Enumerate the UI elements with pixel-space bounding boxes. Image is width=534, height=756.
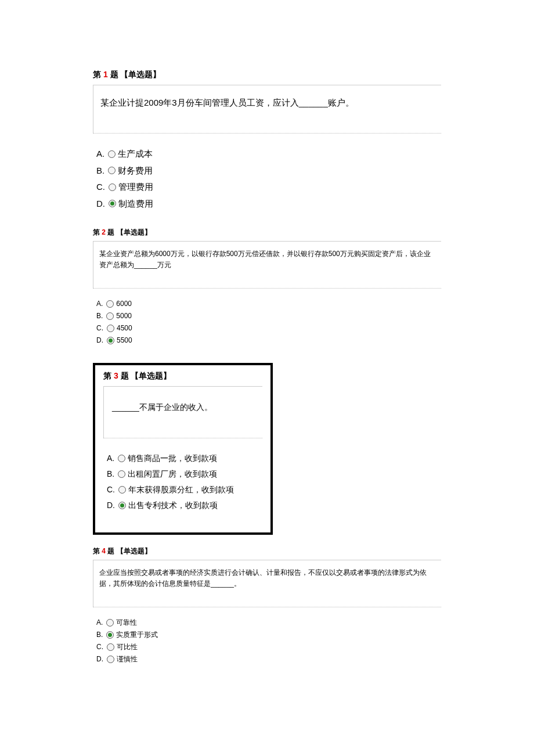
radio-icon [109, 183, 116, 191]
question-number: 3 [114, 371, 118, 380]
options-list: A.生产成本 B.财务费用 C.管理费用 D.制造费用 [93, 147, 441, 210]
header-suffix: 题 【单选题】 [106, 228, 151, 236]
header-prefix: 第 [93, 228, 102, 236]
header-prefix: 第 [103, 371, 114, 380]
option-b[interactable]: B.5000 [96, 311, 441, 321]
radio-icon [106, 631, 114, 639]
options-list: A.6000 B.5000 C.4500 D.5500 [93, 299, 441, 345]
header-prefix: 第 [93, 70, 103, 79]
radio-icon [118, 502, 126, 509]
radio-icon [118, 455, 125, 462]
question-prompt: 某企业资产总额为6000万元，以银行存款500万元偿还借款，并以银行存款500万… [93, 241, 441, 289]
question-prompt: 某企业计提2009年3月份车间管理人员工资，应计入______账户。 [93, 85, 441, 134]
option-c[interactable]: C.4500 [96, 323, 441, 333]
option-c[interactable]: C.年末获得股票分红，收到款项 [107, 484, 262, 496]
question-header: 第 4 题 【单选题】 [93, 546, 441, 556]
radio-icon [109, 200, 116, 207]
option-a[interactable]: A.生产成本 [96, 147, 441, 161]
option-b[interactable]: B.实质重于形式 [96, 630, 441, 640]
question-1: 第 1 题 【单选题】 某企业计提2009年3月份车间管理人员工资，应计入___… [93, 70, 441, 210]
option-d[interactable]: D.5500 [96, 336, 441, 345]
radio-icon [106, 619, 114, 627]
radio-icon [106, 312, 114, 320]
option-d[interactable]: D.制造费用 [96, 197, 441, 211]
header-suffix: 题 【单选题】 [118, 371, 172, 380]
options-list: A.可靠性 B.实质重于形式 C.可比性 D.谨慎性 [93, 618, 441, 664]
radio-icon [107, 643, 114, 651]
question-header: 第 1 题 【单选题】 [93, 70, 441, 80]
question-prompt: ______不属于企业的收入。 [103, 386, 262, 438]
question-4: 第 4 题 【单选题】 企业应当按照交易或者事项的经济实质进行会计确认、计量和报… [93, 546, 441, 664]
option-b[interactable]: B.财务费用 [96, 164, 441, 178]
radio-icon [108, 150, 116, 158]
header-suffix: 题 【单选题】 [108, 70, 161, 79]
option-d[interactable]: D.出售专利技术，收到款项 [107, 499, 262, 512]
question-2: 第 2 题 【单选题】 某企业资产总额为6000万元，以银行存款500万元偿还借… [93, 228, 441, 345]
radio-icon [107, 337, 114, 344]
option-d[interactable]: D.谨慎性 [96, 654, 441, 664]
option-a[interactable]: A.销售商品一批，收到款项 [107, 452, 262, 465]
radio-icon [108, 167, 116, 174]
option-b[interactable]: B.出租闲置厂房，收到款项 [107, 468, 262, 480]
question-header: 第 2 题 【单选题】 [93, 228, 441, 237]
radio-icon [118, 470, 125, 478]
header-suffix: 题 【单选题】 [106, 547, 151, 555]
option-a[interactable]: A.6000 [96, 299, 441, 309]
option-c[interactable]: C.管理费用 [96, 181, 441, 194]
question-number: 1 [103, 70, 108, 79]
radio-icon [118, 486, 126, 494]
question-header: 第 3 题 【单选题】 [103, 371, 262, 381]
question-3-box: 第 3 题 【单选题】 ______不属于企业的收入。 A.销售商品一批，收到款… [93, 363, 273, 535]
header-prefix: 第 [93, 547, 102, 555]
radio-icon [107, 325, 114, 332]
options-list: A.销售商品一批，收到款项 B.出租闲置厂房，收到款项 C.年末获得股票分红，收… [103, 452, 262, 512]
option-a[interactable]: A.可靠性 [96, 618, 441, 628]
radio-icon [107, 656, 114, 663]
option-c[interactable]: C.可比性 [96, 642, 441, 652]
radio-icon [106, 300, 114, 308]
question-prompt: 企业应当按照交易或者事项的经济实质进行会计确认、计量和报告，不应仅以交易或者事项… [93, 560, 441, 607]
